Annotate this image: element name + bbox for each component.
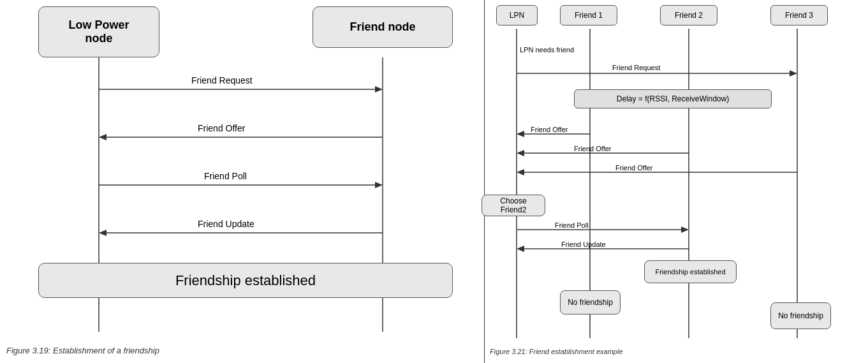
right-lpn-label: LPN	[510, 11, 524, 20]
lpn-label: Low Power node	[68, 19, 129, 45]
right-friend-poll-label: Friend Poll	[555, 221, 589, 229]
delay-label: Delay = f(RSSI, ReceiveWindow)	[617, 94, 729, 103]
right-friendship-established-box: Friendship established	[644, 260, 737, 283]
svg-marker-18	[790, 70, 797, 77]
right-lpn-box: LPN	[496, 5, 538, 26]
svg-marker-28	[517, 246, 524, 252]
lpn-node-box: Low Power node	[38, 6, 159, 57]
lpn-needs-label: LPN needs friend	[520, 46, 574, 54]
no-friendship-2-box: No friendship	[770, 302, 831, 329]
delay-box: Delay = f(RSSI, ReceiveWindow)	[574, 89, 772, 108]
right-friend-offer-2-label: Friend Offer	[574, 145, 612, 152]
friend-poll-label: Friend Poll	[204, 171, 247, 181]
friend-update-label: Friend Update	[198, 219, 254, 229]
svg-marker-5	[375, 86, 383, 93]
svg-marker-26	[681, 226, 689, 233]
friend-offer-label: Friend Offer	[198, 123, 245, 133]
svg-marker-9	[375, 182, 383, 188]
right-friend3-box: Friend 3	[770, 5, 828, 26]
right-caption: Figure 3.21: Friend establishment exampl…	[490, 348, 623, 355]
left-diagram: Low Power node Friend node Friend Reques…	[0, 0, 485, 363]
right-friend2-box: Friend 2	[660, 5, 717, 26]
right-friend3-label: Friend 3	[785, 11, 813, 20]
right-friend2-label: Friend 2	[675, 11, 703, 20]
svg-marker-22	[517, 150, 524, 156]
right-friend-offer-1-label: Friend Offer	[531, 126, 568, 133]
friend-node-label: Friend node	[350, 20, 416, 34]
svg-marker-24	[517, 169, 524, 175]
no-friendship-1-box: No friendship	[560, 290, 621, 315]
choose-label: Choose Friend2	[489, 196, 538, 214]
right-diagram: LPN Friend 1 Friend 2 Friend 3 LPN needs…	[485, 0, 868, 363]
right-friend-update-label: Friend Update	[561, 241, 606, 248]
svg-marker-11	[99, 230, 107, 236]
friendship-established-box: Friendship established	[38, 263, 453, 298]
no-friendship-2-label: No friendship	[778, 311, 823, 320]
right-friendship-established-label: Friendship established	[655, 268, 725, 276]
right-friend-request-label: Friend Request	[612, 64, 660, 71]
friend-request-label: Friend Request	[191, 75, 253, 85]
left-caption: Figure 3.19: Establishment of a friendsh…	[6, 346, 159, 355]
svg-marker-7	[99, 134, 107, 140]
right-friend1-label: Friend 1	[575, 11, 603, 20]
right-friend-offer-3-label: Friend Offer	[615, 164, 653, 172]
svg-marker-20	[517, 131, 524, 137]
no-friendship-1-label: No friendship	[568, 298, 613, 307]
friend-node-box: Friend node	[313, 6, 453, 48]
right-friend1-box: Friend 1	[560, 5, 617, 26]
choose-friend2-box: Choose Friend2	[482, 195, 545, 216]
friendship-established-label: Friendship established	[175, 272, 316, 289]
